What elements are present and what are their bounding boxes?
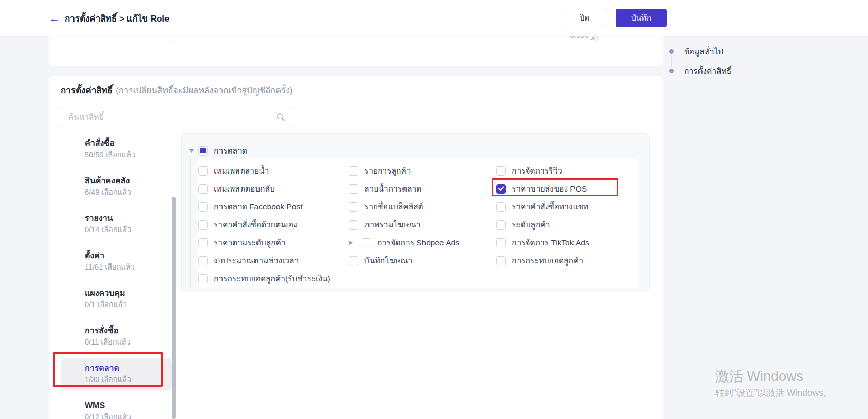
step-item[interactable]: ข้อมูลทั่วไป [669, 42, 731, 61]
permission-checkbox[interactable] [349, 166, 358, 176]
category-name: รายงาน [85, 213, 172, 224]
permission-tree-panel: การตลาด เทมเพลตลายน้ำ เทมเพลตตอบกลับ การ… [181, 133, 650, 292]
permission-label: บันทึกโฆษณา [364, 254, 412, 267]
permission-checkbox[interactable] [349, 220, 358, 230]
permission-checkbox[interactable] [349, 202, 358, 212]
group-checkbox[interactable] [198, 146, 208, 156]
permission-label: ภาพรวมโฆษณา [364, 218, 421, 231]
category-item[interactable]: WMS 0/12 เลือกแล้ว [61, 396, 172, 419]
search-box [61, 107, 291, 127]
permission-row: การตลาด Facebook Post [198, 198, 330, 216]
permission-row: รายชื่อแบล็คลิสต์ [349, 198, 459, 216]
permission-label: การตลาด Facebook Post [214, 200, 302, 213]
permission-row: ราคาตามระดับลูกค้า [198, 234, 330, 252]
permission-row: ราคาขายส่งของ POS [496, 180, 589, 198]
permission-label: การจัดการ Shopee Ads [377, 236, 459, 249]
permission-checkbox[interactable] [198, 274, 208, 283]
category-item[interactable]: สินค้าคงคลัง 6/49 เลือกแล้ว [61, 171, 172, 203]
permission-checkbox[interactable] [198, 166, 208, 176]
expand-triangle-icon[interactable] [349, 240, 353, 245]
permission-label: รายชื่อแบล็คลิสต์ [364, 200, 423, 213]
category-count: 1/30 เลือกแล้ว [85, 374, 172, 385]
permission-checkbox[interactable] [496, 238, 506, 247]
category-item[interactable]: ตั้งค่า 11/61 เลือกแล้ว [61, 246, 172, 278]
permission-column: รายการลูกค้า ลายน้ำการตลาด รายชื่อแบล็คล… [349, 162, 459, 270]
step-bullet-icon [669, 69, 674, 73]
permission-checkbox[interactable] [198, 184, 208, 194]
search-icon [277, 113, 283, 119]
permission-row: ลายน้ำการตลาด [349, 180, 459, 198]
general-info-card: 0/500 [49, 36, 663, 66]
section-title: การตั้งค่าสิทธิ์(การเปลี่ยนสิทธิ์จะมีผลห… [61, 84, 292, 97]
step-label: ข้อมูลทั่วไป [684, 45, 723, 58]
category-item[interactable]: คำสั่งซื้อ 50/50 เลือกแล้ว [61, 134, 172, 165]
watermark-line2: 转到“设置”以激活 Windows。 [715, 386, 833, 399]
permission-row: ระดับลูกค้า [496, 216, 589, 234]
category-scrollbar-thumb[interactable] [172, 197, 176, 419]
page-header: ← การตั้งค่าสิทธิ์ > แก้ไข Role ปิด บันท… [0, 0, 868, 36]
group-label: การตลาด [214, 144, 247, 157]
permission-checkbox[interactable] [496, 202, 506, 212]
permission-label: ราคาตามระดับลูกค้า [214, 236, 286, 249]
permission-checkbox[interactable] [198, 220, 208, 230]
permission-checkbox[interactable] [362, 238, 371, 247]
category-item[interactable]: การตลาด 1/30 เลือกแล้ว [61, 358, 172, 390]
permission-row: การกระทบยอดลูกค้า(รับชำระเงิน) [198, 270, 330, 288]
permission-label: การกระทบยอดลูกค้า [512, 254, 583, 267]
permission-checkbox[interactable] [496, 166, 506, 176]
permission-label: การกระทบยอดลูกค้า(รับชำระเงิน) [214, 272, 330, 285]
category-item[interactable]: รายงาน 0/14 เลือกแล้ว [61, 208, 172, 240]
category-name: WMS [85, 400, 172, 411]
watermark-line1: 激活 Windows [715, 368, 833, 385]
permission-row: บันทึกโฆษณา [349, 252, 459, 270]
permission-row: เทมเพลตตอบกลับ [198, 180, 330, 198]
category-count: 11/61 เลือกแล้ว [85, 262, 172, 272]
permission-label: เทมเพลตลายน้ำ [214, 164, 269, 177]
permission-checkbox[interactable] [198, 202, 208, 212]
collapse-triangle-icon[interactable] [189, 149, 195, 153]
permissions-card: การตั้งค่าสิทธิ์(การเปลี่ยนสิทธิ์จะมีผลห… [49, 76, 663, 419]
permission-label: งบประมาณตามช่วงเวลา [214, 254, 299, 267]
permission-checkbox[interactable] [496, 220, 506, 230]
category-name: ตั้งค่า [85, 250, 172, 261]
permission-label: รายการลูกค้า [364, 164, 411, 177]
step-item[interactable]: การตั้งค่าสิทธิ์ [669, 61, 731, 81]
save-button[interactable]: บันทึก [616, 9, 667, 27]
category-item[interactable]: แผงควบคุม 0/1 เลือกแล้ว [61, 283, 172, 315]
permission-checkbox[interactable] [198, 238, 208, 247]
section-subtitle: (การเปลี่ยนสิทธิ์จะมีผลหลังจากเข้าสู่บัญ… [116, 86, 292, 95]
permission-row: การจัดการ TikTok Ads [496, 234, 589, 252]
permission-row: ราคาคำสั่งซื้อด้วยตนเอง [198, 216, 330, 234]
category-name: คำสั่งซื้อ [85, 138, 172, 149]
permission-checkbox[interactable] [198, 256, 208, 265]
page-title: การตั้งค่าสิทธิ์ > แก้ไข Role [65, 11, 170, 25]
resize-handle-icon[interactable] [589, 36, 596, 41]
permission-row: ภาพรวมโฆษณา [349, 216, 459, 234]
permission-label: การจัดการ TikTok Ads [512, 236, 589, 249]
category-count: 0/12 เลือกแล้ว [85, 412, 172, 419]
char-counter: 0/500 [569, 36, 589, 40]
permission-row: การจัดการ Shopee Ads [349, 234, 459, 252]
tree-group-header: การตลาด [189, 144, 247, 157]
search-input[interactable] [61, 107, 291, 127]
permission-checkbox[interactable] [349, 184, 358, 194]
category-name: การตลาด [85, 363, 172, 374]
permission-row: รายการลูกค้า [349, 162, 459, 180]
note-textarea[interactable]: 0/500 [172, 36, 598, 42]
permission-column: การจัดการรีวิว ราคาขายส่งของ POS ราคาคำส… [496, 162, 589, 270]
step-bullet-icon [669, 49, 674, 54]
permission-label: ราคาขายส่งของ POS [512, 182, 587, 195]
permission-checkbox[interactable] [349, 256, 358, 265]
back-arrow-icon[interactable]: ← [49, 13, 60, 24]
permission-checkbox[interactable] [496, 256, 506, 265]
permission-column: เทมเพลตลายน้ำ เทมเพลตตอบกลับ การตลาด Fac… [198, 162, 330, 288]
category-item[interactable]: การสั่งซื้อ 0/11 เลือกแล้ว [61, 321, 172, 353]
right-step-nav: ข้อมูลทั่วไป การตั้งค่าสิทธิ์ [669, 42, 731, 81]
permission-label: ลายน้ำการตลาด [364, 182, 421, 195]
permission-grid: เทมเพลตลายน้ำ เทมเพลตตอบกลับ การตลาด Fac… [197, 158, 639, 288]
step-label: การตั้งค่าสิทธิ์ [684, 65, 731, 78]
permission-row: ราคาคำสั่งซื้อทางแชท [496, 198, 589, 216]
category-count: 0/11 เลือกแล้ว [85, 337, 172, 347]
close-button[interactable]: ปิด [563, 9, 606, 27]
permission-checkbox[interactable] [496, 184, 506, 194]
